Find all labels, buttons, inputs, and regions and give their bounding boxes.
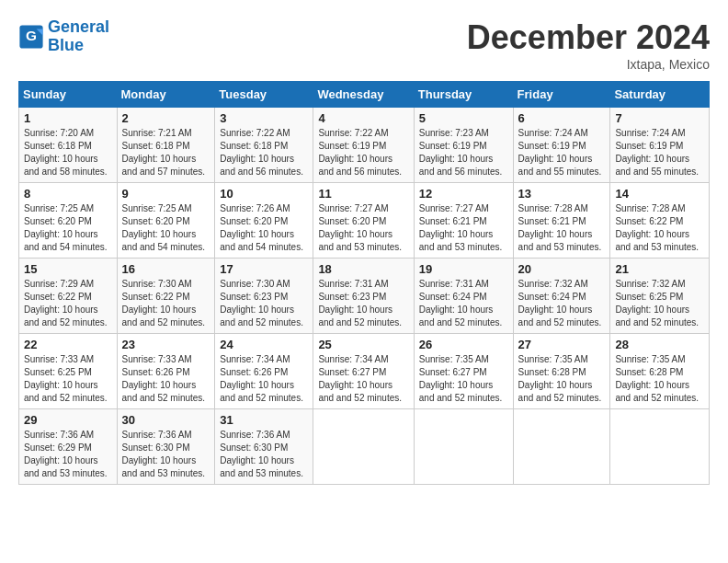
day-cell-13: 13 Sunrise: 7:28 AM Sunset: 6:21 PM Dayl…	[513, 183, 610, 259]
location: Ixtapa, Mexico	[467, 57, 710, 72]
day-number: 12	[419, 187, 508, 201]
svg-text:G: G	[26, 28, 37, 43]
day-info: Sunrise: 7:35 AM Sunset: 6:27 PM Dayligh…	[419, 353, 508, 405]
day-info: Sunrise: 7:31 AM Sunset: 6:23 PM Dayligh…	[318, 278, 408, 329]
day-cell-16: 16 Sunrise: 7:30 AM Sunset: 6:22 PM Dayl…	[117, 259, 215, 334]
day-number: 19	[419, 262, 508, 276]
day-cell-12: 12 Sunrise: 7:27 AM Sunset: 6:21 PM Dayl…	[414, 183, 513, 259]
col-monday: Monday	[117, 82, 215, 108]
logo-line2: Blue	[48, 36, 84, 54]
day-cell-11: 11 Sunrise: 7:27 AM Sunset: 6:20 PM Dayl…	[313, 183, 414, 259]
col-friday: Friday	[513, 82, 610, 108]
day-cell-18: 18 Sunrise: 7:31 AM Sunset: 6:23 PM Dayl…	[313, 259, 414, 334]
day-number: 14	[615, 187, 704, 201]
day-info: Sunrise: 7:24 AM Sunset: 6:19 PM Dayligh…	[518, 127, 606, 178]
day-info: Sunrise: 7:35 AM Sunset: 6:28 PM Dayligh…	[518, 353, 606, 405]
day-info: Sunrise: 7:22 AM Sunset: 6:19 PM Dayligh…	[318, 127, 408, 178]
day-number: 13	[518, 187, 606, 201]
day-info: Sunrise: 7:36 AM Sunset: 6:30 PM Dayligh…	[122, 429, 210, 480]
day-number: 8	[24, 187, 112, 201]
day-number: 29	[24, 413, 112, 427]
day-number: 9	[122, 187, 210, 201]
day-number: 7	[615, 111, 704, 125]
day-info: Sunrise: 7:31 AM Sunset: 6:24 PM Dayligh…	[419, 278, 508, 329]
day-info: Sunrise: 7:22 AM Sunset: 6:18 PM Dayligh…	[220, 127, 308, 178]
day-number: 15	[24, 262, 112, 276]
day-cell-15: 15 Sunrise: 7:29 AM Sunset: 6:22 PM Dayl…	[19, 259, 118, 334]
logo-line1: General	[48, 17, 109, 36]
day-number: 30	[122, 413, 210, 427]
day-number: 24	[220, 338, 308, 351]
day-cell-17: 17 Sunrise: 7:30 AM Sunset: 6:23 PM Dayl…	[215, 259, 313, 334]
day-number: 5	[419, 111, 508, 125]
day-info: Sunrise: 7:27 AM Sunset: 6:20 PM Dayligh…	[318, 202, 408, 254]
day-number: 3	[220, 111, 308, 125]
day-info: Sunrise: 7:27 AM Sunset: 6:21 PM Dayligh…	[419, 202, 508, 254]
day-info: Sunrise: 7:25 AM Sunset: 6:20 PM Dayligh…	[122, 202, 210, 254]
day-number: 11	[318, 187, 408, 201]
day-info: Sunrise: 7:30 AM Sunset: 6:22 PM Dayligh…	[122, 278, 210, 329]
day-cell-2: 2 Sunrise: 7:21 AM Sunset: 6:18 PM Dayli…	[117, 108, 215, 183]
day-info: Sunrise: 7:32 AM Sunset: 6:24 PM Dayligh…	[518, 278, 606, 329]
day-number: 31	[220, 413, 308, 427]
day-number: 2	[122, 111, 210, 125]
day-cell-9: 9 Sunrise: 7:25 AM Sunset: 6:20 PM Dayli…	[117, 183, 215, 259]
day-info: Sunrise: 7:26 AM Sunset: 6:20 PM Dayligh…	[220, 202, 308, 254]
day-cell-26: 26 Sunrise: 7:35 AM Sunset: 6:27 PM Dayl…	[414, 334, 513, 409]
day-number: 6	[518, 111, 606, 125]
day-info: Sunrise: 7:35 AM Sunset: 6:28 PM Dayligh…	[615, 353, 704, 405]
day-cell-1: 1 Sunrise: 7:20 AM Sunset: 6:18 PM Dayli…	[19, 108, 118, 183]
day-cell-3: 3 Sunrise: 7:22 AM Sunset: 6:18 PM Dayli…	[215, 108, 313, 183]
day-cell-6: 6 Sunrise: 7:24 AM Sunset: 6:19 PM Dayli…	[513, 108, 610, 183]
col-thursday: Thursday	[414, 82, 513, 108]
day-cell-22: 22 Sunrise: 7:33 AM Sunset: 6:25 PM Dayl…	[19, 334, 118, 409]
logo-text: General Blue	[48, 18, 109, 55]
day-number: 1	[24, 111, 112, 125]
day-cell-20: 20 Sunrise: 7:32 AM Sunset: 6:24 PM Dayl…	[513, 259, 610, 334]
day-cell-14: 14 Sunrise: 7:28 AM Sunset: 6:22 PM Dayl…	[610, 183, 710, 259]
day-info: Sunrise: 7:28 AM Sunset: 6:22 PM Dayligh…	[615, 202, 704, 254]
logo-icon: G	[18, 24, 44, 50]
day-cell-7: 7 Sunrise: 7:24 AM Sunset: 6:19 PM Dayli…	[610, 108, 710, 183]
empty-cell	[610, 409, 710, 485]
day-cell-25: 25 Sunrise: 7:34 AM Sunset: 6:27 PM Dayl…	[313, 334, 414, 409]
empty-cell	[313, 409, 414, 485]
day-number: 4	[318, 111, 408, 125]
day-info: Sunrise: 7:29 AM Sunset: 6:22 PM Dayligh…	[24, 278, 112, 329]
col-saturday: Saturday	[610, 82, 710, 108]
day-cell-4: 4 Sunrise: 7:22 AM Sunset: 6:19 PM Dayli…	[313, 108, 414, 183]
day-cell-10: 10 Sunrise: 7:26 AM Sunset: 6:20 PM Dayl…	[215, 183, 313, 259]
day-number: 27	[518, 338, 606, 351]
day-cell-30: 30 Sunrise: 7:36 AM Sunset: 6:30 PM Dayl…	[117, 409, 215, 485]
day-info: Sunrise: 7:34 AM Sunset: 6:26 PM Dayligh…	[220, 353, 308, 405]
day-cell-28: 28 Sunrise: 7:35 AM Sunset: 6:28 PM Dayl…	[610, 334, 710, 409]
day-number: 21	[615, 262, 704, 276]
page-header: G General Blue December 2024 Ixtapa, Mex…	[18, 18, 710, 72]
day-cell-8: 8 Sunrise: 7:25 AM Sunset: 6:20 PM Dayli…	[19, 183, 118, 259]
day-number: 28	[615, 338, 704, 351]
header-row: Sunday Monday Tuesday Wednesday Thursday…	[19, 82, 710, 108]
day-info: Sunrise: 7:32 AM Sunset: 6:25 PM Dayligh…	[615, 278, 704, 329]
day-info: Sunrise: 7:33 AM Sunset: 6:25 PM Dayligh…	[24, 353, 112, 405]
day-number: 22	[24, 338, 112, 351]
day-number: 20	[518, 262, 606, 276]
day-cell-24: 24 Sunrise: 7:34 AM Sunset: 6:26 PM Dayl…	[215, 334, 313, 409]
day-number: 16	[122, 262, 210, 276]
week-row: 1 Sunrise: 7:20 AM Sunset: 6:18 PM Dayli…	[19, 108, 710, 183]
calendar-table: Sunday Monday Tuesday Wednesday Thursday…	[18, 81, 710, 485]
col-sunday: Sunday	[19, 82, 118, 108]
logo: G General Blue	[18, 18, 109, 55]
day-info: Sunrise: 7:28 AM Sunset: 6:21 PM Dayligh…	[518, 202, 606, 254]
col-tuesday: Tuesday	[215, 82, 313, 108]
day-cell-31: 31 Sunrise: 7:36 AM Sunset: 6:30 PM Dayl…	[215, 409, 313, 485]
day-cell-21: 21 Sunrise: 7:32 AM Sunset: 6:25 PM Dayl…	[610, 259, 710, 334]
col-wednesday: Wednesday	[313, 82, 414, 108]
day-info: Sunrise: 7:33 AM Sunset: 6:26 PM Dayligh…	[122, 353, 210, 405]
day-info: Sunrise: 7:23 AM Sunset: 6:19 PM Dayligh…	[419, 127, 508, 178]
day-number: 18	[318, 262, 408, 276]
day-cell-27: 27 Sunrise: 7:35 AM Sunset: 6:28 PM Dayl…	[513, 334, 610, 409]
day-number: 17	[220, 262, 308, 276]
day-info: Sunrise: 7:21 AM Sunset: 6:18 PM Dayligh…	[122, 127, 210, 178]
empty-cell	[513, 409, 610, 485]
week-row: 8 Sunrise: 7:25 AM Sunset: 6:20 PM Dayli…	[19, 183, 710, 259]
